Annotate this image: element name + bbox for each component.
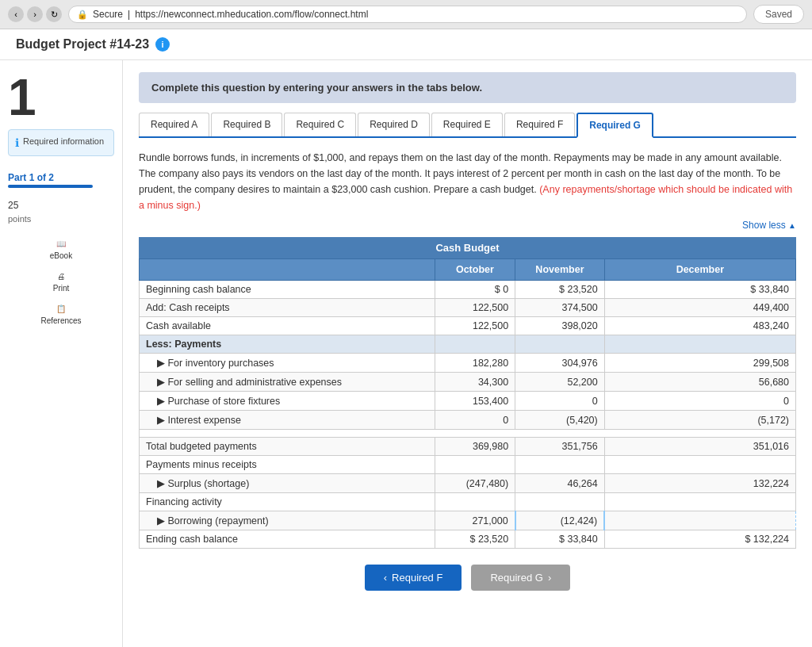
table-cell-value: 374,500 (515, 299, 605, 317)
table-cell-label: Total budgeted payments (140, 438, 435, 456)
table-cell-value: 52,200 (515, 373, 605, 392)
table-row: Less: Payments (140, 335, 796, 354)
table-cell-value: 0 (435, 411, 515, 430)
saved-button[interactable]: Saved (753, 5, 804, 24)
step-number: 1 (8, 72, 114, 123)
references-item[interactable]: 📋 References (8, 304, 114, 325)
table-row: ▶ Surplus (shortage)(247,480)46,264132,2… (140, 474, 796, 493)
references-icon: 📋 (56, 304, 66, 313)
table-cell-value: 46,264 (515, 474, 605, 493)
bottom-navigation: ‹ Required F Required G › (139, 565, 796, 591)
table-cell-label: Cash available (140, 317, 435, 335)
ebook-label: eBook (50, 251, 72, 260)
table-row: ▶ For inventory purchases182,280304,9762… (140, 354, 796, 373)
table-cell-label: ▶ Borrowing (repayment) (140, 511, 435, 530)
table-cell-value: 369,980 (435, 438, 515, 456)
table-cell-value: 0 (604, 392, 795, 411)
table-cell-value (435, 493, 515, 511)
table-cell-value: $ 33,840 (515, 530, 605, 549)
tab-required-g[interactable]: Required G (576, 113, 653, 138)
ebook-item[interactable]: 📖 eBook (8, 239, 114, 260)
table-cell-value (515, 493, 605, 511)
table-row (140, 430, 796, 438)
tab-required-b[interactable]: Required B (211, 113, 282, 136)
prev-tab-button[interactable]: ‹ Required F (365, 565, 462, 591)
secure-icon: 🔒 (77, 10, 88, 20)
table-cell-value: 351,016 (604, 438, 795, 456)
table-cell-value: 271,000 (435, 511, 515, 530)
browser-bar: ‹ › ↻ 🔒 Secure | https://newconnect.mhed… (0, 0, 812, 29)
tab-required-f[interactable]: Required F (504, 113, 575, 136)
table-cell-value (604, 493, 795, 511)
table-cell-label: Less: Payments (140, 335, 435, 354)
table-row: ▶ Borrowing (repayment)271,000(12,424) (140, 511, 796, 530)
page-title-text: Budget Project #14-23 (16, 37, 149, 52)
input-december[interactable] (611, 515, 789, 526)
table-cell-value: (5,420) (515, 411, 605, 430)
table-cell-value: 182,280 (435, 354, 515, 373)
references-label: References (40, 316, 81, 325)
complete-question-header: Complete this question by entering your … (139, 72, 796, 103)
col-header-label (140, 259, 435, 281)
tab-required-a[interactable]: Required A (139, 113, 209, 136)
col-header-december: December (604, 259, 795, 281)
page-title: Budget Project #14-23 i (16, 37, 170, 52)
sidebar-icons: 📖 eBook 🖨 Print 📋 References (8, 239, 114, 325)
print-icon: 🖨 (57, 272, 65, 281)
ebook-icon: 📖 (56, 239, 66, 248)
table-cell-value (515, 335, 605, 354)
table-row: Financing activity (140, 493, 796, 511)
info-icon[interactable]: i (155, 37, 170, 52)
left-sidebar: 1 ℹ Required information Part 1 of 2 25 … (0, 60, 123, 647)
part-progress-bar (8, 185, 93, 188)
table-row: Add: Cash receipts122,500374,500449,400 (140, 299, 796, 317)
instruction-info-icon: ℹ (15, 136, 19, 149)
url-text: Secure (93, 9, 123, 20)
table-cell-value: (247,480) (435, 474, 515, 493)
part-label: Part 1 of 2 (8, 172, 114, 183)
cash-budget-table: Cash Budget October November December Be… (139, 237, 796, 549)
table-cell-value: 483,240 (604, 317, 795, 335)
show-less-label: Show less (742, 220, 786, 231)
table-cell-label: Beginning cash balance (140, 281, 435, 299)
address-bar[interactable]: 🔒 Secure | https://newconnect.mheducatio… (68, 6, 747, 23)
print-item[interactable]: 🖨 Print (8, 272, 114, 293)
table-cell-value (435, 335, 515, 354)
browser-navigation: ‹ › ↻ (8, 6, 62, 22)
table-row: Cash available122,500398,020483,240 (140, 317, 796, 335)
table-cell-label: Ending cash balance (140, 530, 435, 549)
table-row: ▶ Purchase of store fixtures153,40000 (140, 392, 796, 411)
tab-required-c[interactable]: Required C (284, 113, 356, 136)
forward-button[interactable]: › (27, 6, 43, 22)
table-row: ▶ For selling and administrative expense… (140, 373, 796, 392)
table-cell-value: 304,976 (515, 354, 605, 373)
table-cell-value: $ 23,520 (515, 281, 605, 299)
next-tab-label: Required G (490, 572, 542, 584)
tab-required-e[interactable]: Required E (431, 113, 503, 136)
table-row: ▶ Interest expense0(5,420)(5,172) (140, 411, 796, 430)
refresh-button[interactable]: ↻ (46, 6, 62, 22)
table-caption: Cash Budget (139, 237, 796, 258)
table-cell-value: $ 23,520 (435, 530, 515, 549)
table-cell-value: (12,424) (515, 511, 605, 530)
table-cell-label: Payments minus receipts (140, 456, 435, 474)
table-cell-value: (5,172) (604, 411, 795, 430)
table-cell-value: 351,756 (515, 438, 605, 456)
page-title-bar: Budget Project #14-23 i (0, 29, 812, 60)
table-cell-value: 0 (515, 392, 605, 411)
url-value: https://newconnect.mheducation.com/flow/… (135, 9, 368, 20)
tab-required-d[interactable]: Required D (358, 113, 430, 136)
next-tab-button[interactable]: Required G › (471, 565, 570, 591)
page-container: 1 ℹ Required information Part 1 of 2 25 … (0, 60, 812, 647)
col-header-november: November (515, 259, 605, 281)
show-less-button[interactable]: Show less ▲ (139, 220, 796, 231)
table-cell-value: 132,224 (604, 474, 795, 493)
prev-tab-label: Required F (392, 572, 442, 584)
table-cell-value[interactable] (604, 511, 795, 530)
description-box: Rundle borrows funds, in increments of $… (139, 150, 796, 213)
table-cell-value (515, 456, 605, 474)
table-cell-label: ▶ Surplus (shortage) (140, 474, 435, 493)
col-header-october: October (435, 259, 515, 281)
back-button[interactable]: ‹ (8, 6, 24, 22)
table-cell-value: 122,500 (435, 317, 515, 335)
